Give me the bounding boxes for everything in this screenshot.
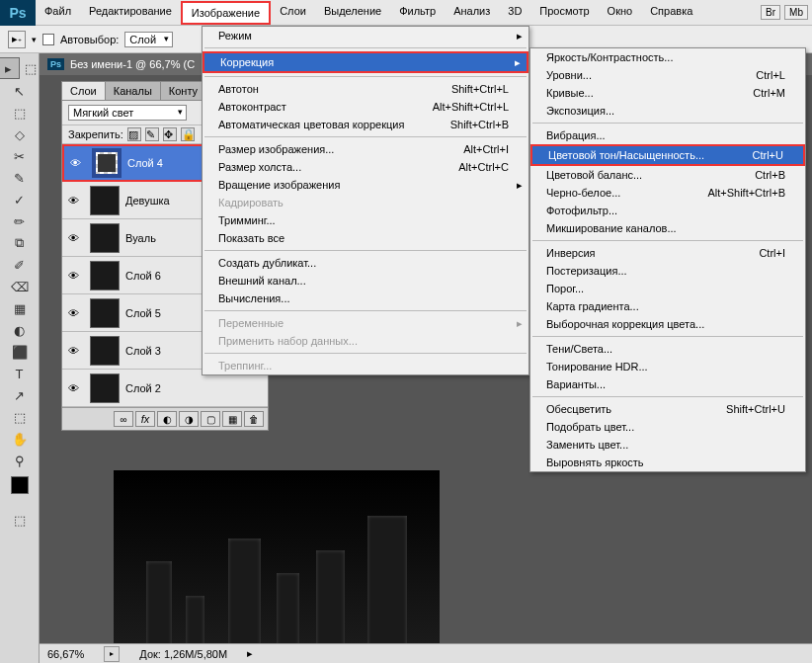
menu-item[interactable]: ОбесцветитьShift+Ctrl+U xyxy=(530,400,805,418)
lock-all[interactable]: 🔒 xyxy=(181,127,195,141)
visibility-icon[interactable]: 👁 xyxy=(62,382,84,394)
menu-item[interactable]: Микширование каналов... xyxy=(530,219,805,237)
lock-move[interactable]: ✥ xyxy=(163,127,177,141)
menu-item[interactable]: ИнверсияCtrl+I xyxy=(530,244,805,262)
lock-paint[interactable]: ✎ xyxy=(145,127,159,141)
menu-item[interactable]: Размер холста...Alt+Ctrl+C xyxy=(203,158,528,176)
menu-item[interactable]: Тримминг... xyxy=(203,211,528,229)
layer-mask-icon[interactable]: ◐ xyxy=(157,411,177,427)
menu-анализ[interactable]: Анализ xyxy=(445,1,499,25)
tool-9[interactable]: ⌫ xyxy=(9,276,31,297)
menu-item[interactable]: Экспозиция... xyxy=(530,102,805,120)
menu-изображение[interactable]: Изображение xyxy=(181,1,271,25)
menubar-btn-br[interactable]: Br xyxy=(761,5,780,20)
tool-13[interactable]: T xyxy=(9,363,31,384)
menu-item[interactable]: Выровнять яркость xyxy=(530,454,805,471)
new-layer-icon[interactable]: ▦ xyxy=(222,411,242,427)
menu-item[interactable]: Показать все xyxy=(203,229,528,247)
menu-фильтр[interactable]: Фильтр xyxy=(390,1,445,25)
delete-layer-icon[interactable]: 🗑 xyxy=(244,411,264,427)
menu-окно[interactable]: Окно xyxy=(599,1,642,25)
menu-редактирование[interactable]: Редактирование xyxy=(80,1,181,25)
background-color[interactable] xyxy=(18,483,36,501)
menu-item[interactable]: Выборочная коррекция цвета... xyxy=(530,315,805,333)
menu-item[interactable]: Режим xyxy=(203,27,528,44)
tab-layers[interactable]: Слои xyxy=(62,82,106,100)
tool-6[interactable]: ✏ xyxy=(9,210,31,232)
layer-thumbnail[interactable] xyxy=(90,373,120,403)
foreground-color[interactable] xyxy=(11,476,29,494)
tool-arrange[interactable]: ⬚ xyxy=(20,57,41,79)
menu-item[interactable]: Кривые...Ctrl+M xyxy=(530,84,805,102)
menu-item[interactable]: Фотофильтр... xyxy=(530,202,805,219)
menu-item[interactable]: Тени/Света... xyxy=(530,340,805,358)
menu-item[interactable]: Порог... xyxy=(530,280,805,297)
status-menu-icon[interactable]: ▸ xyxy=(247,647,253,660)
tool-17[interactable]: ⚲ xyxy=(9,450,31,471)
menu-item[interactable]: Подобрать цвет... xyxy=(530,418,805,436)
tool-14[interactable]: ↗ xyxy=(9,384,31,406)
layer-fx-icon[interactable]: fx xyxy=(135,411,155,427)
menu-item[interactable]: Варианты... xyxy=(530,375,805,393)
visibility-icon[interactable]: 👁 xyxy=(64,157,86,169)
layer-group-icon[interactable]: ▢ xyxy=(201,411,220,427)
layer-thumbnail[interactable] xyxy=(90,261,120,290)
tool-7[interactable]: ⧉ xyxy=(9,232,31,254)
visibility-icon[interactable]: 👁 xyxy=(62,307,84,319)
menu-item[interactable]: Внешний канал... xyxy=(203,272,528,290)
autoselect-checkbox[interactable] xyxy=(42,34,54,45)
tool-4[interactable]: ✎ xyxy=(9,167,31,189)
menu-item[interactable]: Тонирование HDR... xyxy=(530,358,805,375)
layer-thumbnail[interactable] xyxy=(90,223,120,253)
menu-item[interactable]: Яркость/Контрастность... xyxy=(530,48,805,66)
blend-mode-dropdown[interactable]: Мягкий свет xyxy=(68,105,187,121)
tool-8[interactable]: ✐ xyxy=(9,254,31,276)
screen-mode[interactable]: ⬚ xyxy=(9,509,31,531)
visibility-icon[interactable]: 👁 xyxy=(62,345,84,357)
tool-11[interactable]: ◐ xyxy=(9,319,31,341)
layer-thumbnail[interactable] xyxy=(90,298,120,328)
menu-справка[interactable]: Справка xyxy=(641,1,701,25)
tool-0[interactable]: ↖ xyxy=(9,80,31,102)
menu-слои[interactable]: Слои xyxy=(271,1,315,25)
layer-thumbnail[interactable] xyxy=(90,186,120,215)
menu-3d[interactable]: 3D xyxy=(499,1,530,25)
menu-item[interactable]: Вращение изображения xyxy=(203,176,528,194)
tool-12[interactable]: ⬛ xyxy=(9,341,31,363)
menu-item[interactable]: Создать дубликат... xyxy=(203,254,528,272)
menu-item[interactable]: Постеризация... xyxy=(530,262,805,280)
visibility-icon[interactable]: 👁 xyxy=(62,195,84,207)
tab-paths[interactable]: Конту xyxy=(161,82,206,100)
menu-item[interactable]: АвтотонShift+Ctrl+L xyxy=(203,80,528,98)
menu-item[interactable]: Коррекция xyxy=(203,51,528,73)
tool-10[interactable]: ▦ xyxy=(9,297,31,319)
visibility-icon[interactable]: 👁 xyxy=(62,232,84,244)
link-layers-icon[interactable]: ∞ xyxy=(114,411,133,427)
menu-item[interactable]: Карта градиента... xyxy=(530,297,805,315)
tool-5[interactable]: ✓ xyxy=(9,189,31,210)
zoom-level[interactable]: 66,67% xyxy=(47,648,84,660)
autoselect-dropdown[interactable]: Слой xyxy=(124,32,173,47)
menu-item[interactable]: Цветовой баланс...Ctrl+B xyxy=(530,166,805,184)
menu-item[interactable]: Размер изображения...Alt+Ctrl+I xyxy=(203,140,528,158)
tab-channels[interactable]: Каналы xyxy=(106,82,161,100)
menu-выделение[interactable]: Выделение xyxy=(315,1,390,25)
tool-3[interactable]: ✂ xyxy=(9,145,31,167)
tool-15[interactable]: ⬚ xyxy=(9,406,31,428)
menu-item[interactable]: Вибрация... xyxy=(530,126,805,144)
menu-item[interactable]: Заменить цвет... xyxy=(530,436,805,454)
layer-thumbnail[interactable] xyxy=(90,336,120,366)
menu-item[interactable]: Цветовой тон/Насыщенность...Ctrl+U xyxy=(530,144,805,166)
menu-item[interactable]: АвтоконтрастAlt+Shift+Ctrl+L xyxy=(203,98,528,116)
layer-thumbnail[interactable] xyxy=(92,148,122,178)
menu-item[interactable]: Черно-белое...Alt+Shift+Ctrl+B xyxy=(530,184,805,202)
menu-просмотр[interactable]: Просмотр xyxy=(530,1,598,25)
lock-transparency[interactable]: ▨ xyxy=(127,127,141,141)
adjustment-layer-icon[interactable]: ◑ xyxy=(179,411,199,427)
menubar-btn-mb[interactable]: Mb xyxy=(784,5,808,20)
tool-move[interactable]: ▸ xyxy=(0,57,20,79)
tool-2[interactable]: ◇ xyxy=(9,124,31,145)
visibility-icon[interactable]: 👁 xyxy=(62,270,84,282)
tool-1[interactable]: ⬚ xyxy=(9,102,31,124)
menu-item[interactable]: Уровни...Ctrl+L xyxy=(530,66,805,84)
